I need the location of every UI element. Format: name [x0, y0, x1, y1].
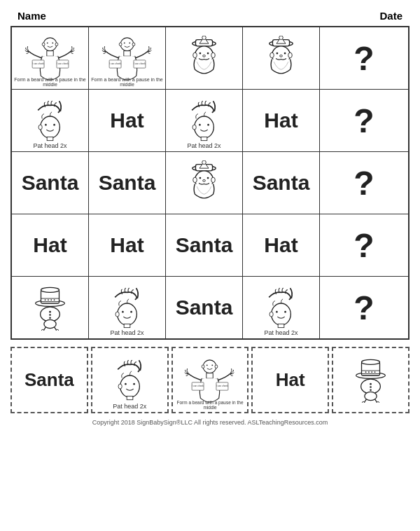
word-cell: Hat: [110, 233, 144, 257]
svg-point-3: [42, 43, 45, 46]
svg-point-75: [41, 329, 43, 331]
svg-point-77: [118, 303, 137, 325]
svg-point-0: [43, 38, 57, 51]
svg-point-67: [54, 299, 55, 301]
answer-pat-head: Pat head 2x: [92, 348, 167, 412]
grid-cell: Hat: [243, 214, 320, 276]
word-cell: Santa: [176, 296, 233, 319]
svg-point-40: [41, 116, 60, 138]
answer-caption: Form a beard with a pause in the middle: [173, 400, 248, 410]
answer-caption: Pat head 2x: [92, 403, 167, 410]
grid-cell: ?: [320, 214, 408, 276]
svg-point-36: [284, 52, 286, 54]
answer-word: Hat: [276, 369, 305, 391]
svg-text:I can cheek: I can cheek: [109, 62, 121, 65]
grid-row-5: Pat head 2x Santa Pat head 2x ?: [12, 277, 408, 338]
grid-cell: Santa: [166, 214, 243, 276]
svg-point-84: [284, 310, 286, 312]
svg-point-87: [120, 375, 139, 397]
svg-rect-97: [206, 373, 213, 378]
main-grid: I can cheek I can cheek Form a beard wit…: [10, 26, 410, 340]
svg-text:I can cheek: I can cheek: [57, 62, 69, 65]
pat-head-illustration: Pat head 2x: [12, 90, 88, 151]
svg-point-93: [206, 364, 208, 366]
svg-rect-81: [124, 324, 130, 327]
svg-point-85: [270, 312, 273, 317]
svg-text:I can cheek: I can cheek: [32, 62, 44, 65]
svg-point-41: [45, 123, 47, 125]
grid-cell: Pat head 2x: [89, 277, 166, 338]
svg-point-112: [370, 383, 372, 385]
grid-cell: Santa: [89, 152, 166, 214]
svg-point-96: [215, 364, 218, 368]
svg-point-78: [122, 310, 124, 312]
beard-illustration: I can cheek I can cheek Form a beard wit…: [89, 27, 165, 89]
answer-cell-4: Hat: [251, 347, 329, 413]
svg-point-28: [193, 53, 197, 57]
svg-point-2: [52, 42, 53, 43]
answer-word: Santa: [24, 369, 74, 391]
svg-point-89: [133, 383, 135, 385]
svg-point-29: [211, 53, 216, 57]
answer-cell-3: I can cheek I can cheek Form a beard wit…: [172, 347, 249, 413]
svg-point-79: [130, 310, 132, 312]
svg-point-53: [202, 160, 206, 165]
grid-cell: Hat: [89, 90, 166, 151]
grid-row-3: SantaSanta Santa?: [12, 152, 408, 214]
svg-point-106: [365, 371, 367, 373]
word-cell: Hat: [264, 233, 298, 257]
svg-point-94: [211, 364, 213, 366]
beard-illustration: I can cheek I can cheek Form a beard wit…: [12, 27, 88, 89]
svg-point-83: [276, 310, 278, 312]
svg-point-55: [200, 177, 202, 179]
svg-point-12: [129, 42, 130, 43]
cell-caption: Form a beard with a pause in the middle: [89, 77, 165, 87]
pat-head-illustration: Pat head 2x: [243, 277, 319, 338]
svg-point-117: [362, 401, 364, 403]
pat-head-illustration: Pat head 2x: [89, 277, 165, 338]
santa-illustration: [243, 27, 319, 89]
svg-point-47: [207, 123, 209, 125]
svg-point-80: [115, 312, 119, 317]
answer-cell-1: Santa: [10, 347, 88, 413]
svg-point-59: [211, 177, 216, 182]
grid-cell: [166, 152, 243, 214]
svg-point-109: [374, 371, 376, 373]
svg-rect-44: [47, 137, 53, 140]
svg-rect-49: [201, 137, 207, 140]
grid-cell: Pat head 2x: [166, 90, 243, 151]
grid-cell: Pat head 2x: [12, 90, 89, 151]
svg-point-114: [370, 389, 372, 392]
svg-point-71: [49, 314, 51, 316]
svg-point-72: [49, 317, 51, 319]
svg-rect-86: [278, 324, 284, 327]
svg-point-11: [123, 42, 125, 43]
word-cell: Santa: [253, 171, 310, 195]
svg-rect-91: [127, 396, 133, 399]
grid-row-2: Pat head 2x Hat Pat head 2x Hat?: [12, 90, 408, 152]
grid-cell: Santa: [243, 152, 320, 214]
svg-point-48: [192, 125, 196, 130]
svg-point-38: [270, 53, 274, 57]
cell-caption: Pat head 2x: [12, 142, 88, 149]
santa-illustration: [166, 27, 242, 89]
question-mark: ?: [354, 289, 374, 327]
cell-caption: Pat head 2x: [166, 142, 242, 149]
page: Name Date I can: [0, 0, 420, 531]
grid-cell: Santa: [12, 152, 89, 214]
grid-cell: ?: [320, 152, 408, 214]
svg-point-118: [377, 401, 379, 403]
footer: Copyright 2018 SignBabySign®LLC All righ…: [10, 419, 410, 426]
grid-cell: I can cheek I can cheek Form a beard wit…: [12, 27, 89, 89]
svg-text:I can cheek: I can cheek: [134, 62, 146, 65]
grid-cell: [166, 27, 243, 89]
svg-point-1: [46, 42, 48, 43]
svg-text:I can cheek: I can cheek: [192, 385, 204, 387]
svg-point-111: [365, 392, 377, 400]
answer-beard: I can cheek I can cheek Form a beard wit…: [173, 348, 248, 412]
grid-row-4: HatHatSantaHat?: [12, 214, 408, 277]
svg-rect-5: [46, 51, 52, 57]
svg-rect-15: [123, 51, 130, 57]
date-label: Date: [379, 10, 402, 22]
grid-cell: Hat: [243, 90, 320, 151]
